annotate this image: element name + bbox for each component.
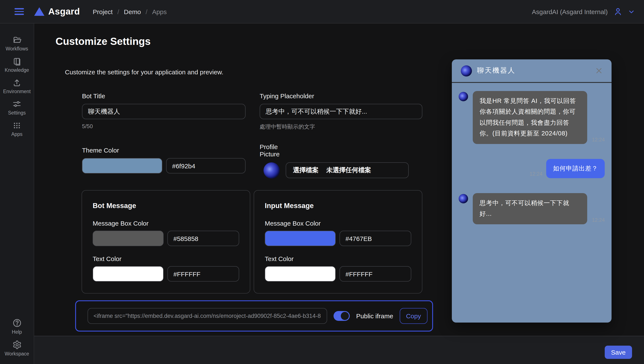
- message-timestamp: 12:24: [592, 217, 605, 223]
- sidebar-item-label: Environment: [3, 89, 30, 94]
- sidebar-item-apps[interactable]: Apps: [0, 120, 34, 138]
- bot-text-color-label: Text Color: [93, 255, 239, 262]
- bot-avatar: [459, 194, 468, 203]
- public-iframe-label: Public iframe: [356, 312, 393, 319]
- theme-color-field: Theme Color: [82, 147, 246, 173]
- bot-message-bubble: 思考中，可不可以稍候一下下就好...: [473, 193, 587, 224]
- gear-icon: [12, 340, 22, 349]
- bot-message-panel: Bot Message Message Box Color Text Color: [82, 190, 250, 293]
- bot-message-title: Bot Message: [93, 202, 239, 210]
- input-text-color-hex-input[interactable]: [340, 266, 411, 281]
- chevron-down-icon[interactable]: [628, 8, 634, 15]
- sidebar-item-help[interactable]: Help: [0, 317, 34, 335]
- bot-title-input[interactable]: [82, 104, 246, 119]
- typing-placeholder-field: Typing Placeholder 處理中暫時顯示的文字: [260, 92, 422, 131]
- bot-box-color-swatch[interactable]: [93, 231, 164, 246]
- sidebar-item-workspace[interactable]: Workspace: [0, 339, 34, 357]
- breadcrumb-demo[interactable]: Demo: [124, 8, 141, 15]
- profile-picture-label: Profile Picture: [260, 143, 285, 158]
- profile-picture-avatar: [264, 162, 280, 178]
- bot-text-color-swatch[interactable]: [93, 266, 164, 281]
- file-status-text: 未選擇任何檔案: [326, 166, 371, 174]
- public-iframe-toggle[interactable]: [334, 311, 350, 321]
- breadcrumb: Project / Demo / Apps: [93, 8, 167, 15]
- bot-title-counter: 5/50: [82, 123, 246, 129]
- message-timestamp: 12:24: [592, 137, 605, 143]
- triangle-logo-icon: [34, 7, 44, 16]
- chat-message-bot: 思考中，可不可以稍候一下下就好... 12:24: [459, 193, 605, 224]
- input-text-color-swatch[interactable]: [265, 266, 336, 281]
- app-root: Asgard Project / Demo / Apps AsgardAI (A…: [0, 0, 644, 364]
- sidebar-item-label: Help: [12, 329, 22, 334]
- theme-color-label: Theme Color: [82, 147, 246, 154]
- grid-dots-icon: [12, 121, 21, 130]
- sidebar-item-knowledge[interactable]: Knowledge: [0, 56, 34, 74]
- chat-title: 聊天機器人: [477, 66, 516, 75]
- input-box-color-hex-input[interactable]: [340, 231, 411, 246]
- profile-picture-field: Profile Picture 選擇檔案 未選擇任何檔案: [260, 143, 422, 178]
- top-navbar: Asgard Project / Demo / Apps AsgardAI (A…: [0, 0, 644, 24]
- chat-header: 聊天機器人: [452, 59, 612, 83]
- book-icon: [12, 57, 21, 66]
- account-label: AsgardAI (Asgard Internal): [532, 8, 608, 15]
- bot-title-field: Bot Title 5/50: [82, 92, 246, 129]
- breadcrumb-separator: /: [118, 8, 119, 15]
- input-box-color-label: Message Box Color: [265, 220, 411, 227]
- bot-text-color-hex-input[interactable]: [168, 266, 239, 281]
- typing-placeholder-label: Typing Placeholder: [260, 92, 422, 100]
- bot-box-color-label: Message Box Color: [93, 220, 239, 227]
- choose-file-button[interactable]: 選擇檔案: [293, 166, 318, 174]
- user-icon[interactable]: [613, 7, 623, 16]
- copy-button[interactable]: Copy: [400, 308, 427, 324]
- sidebar: Workflows Knowledge Environment Settings: [0, 24, 34, 364]
- sidebar-item-environment[interactable]: Environment: [0, 77, 34, 95]
- typing-placeholder-helper: 處理中暫時顯示的文字: [260, 123, 422, 131]
- theme-color-hex-input[interactable]: [166, 158, 246, 173]
- bot-box-color-hex-input[interactable]: [168, 231, 239, 246]
- sidebar-item-label: Apps: [11, 132, 22, 137]
- folder-open-icon: [12, 36, 21, 45]
- navbar-right: AsgardAI (Asgard Internal): [532, 7, 634, 16]
- theme-color-swatch[interactable]: [82, 158, 162, 173]
- input-box-color-swatch[interactable]: [265, 231, 336, 246]
- chat-preview-panel: 聊天機器人 我是HR 常見問答 AI，我可以回答你各項關於人資相關的問題，你可以…: [452, 59, 612, 322]
- sidebar-item-workflows[interactable]: Workflows: [0, 35, 34, 52]
- bot-title-label: Bot Title: [82, 92, 246, 100]
- breadcrumb-apps[interactable]: Apps: [152, 8, 166, 15]
- chat-message-user: 12:24 如何申請出差？: [459, 159, 605, 178]
- bot-message-bubble: 我是HR 常見問答 AI，我可以回答你各項關於人資相關的問題，你可以問我任何問題…: [473, 91, 587, 144]
- sidebar-item-label: Settings: [8, 110, 26, 115]
- save-button[interactable]: Save: [605, 346, 632, 359]
- input-message-title: Input Message: [265, 202, 411, 210]
- toggle-knob: [341, 312, 349, 320]
- page-title: Customize Settings: [56, 36, 150, 48]
- main-content: Customize Settings Customize the setting…: [34, 24, 644, 364]
- breadcrumb-project[interactable]: Project: [93, 8, 112, 15]
- bot-avatar: [461, 65, 472, 76]
- page-description: Customize the settings for your applicat…: [65, 68, 223, 76]
- footer-bar: Save: [34, 336, 644, 364]
- sidebar-item-label: Workflows: [6, 46, 28, 51]
- chat-message-bot: 我是HR 常見問答 AI，我可以回答你各項關於人資相關的問題，你可以問我任何問題…: [459, 91, 605, 144]
- sliders-icon: [12, 100, 21, 109]
- sidebar-item-label: Workspace: [5, 351, 29, 356]
- message-timestamp: 12:24: [530, 171, 542, 177]
- file-upload-input[interactable]: 選擇檔案 未選擇任何檔案: [286, 162, 409, 178]
- sidebar-item-label: Knowledge: [5, 68, 29, 73]
- chat-body: 我是HR 常見問答 AI，我可以回答你各項關於人資相關的問題，你可以問我任何問題…: [452, 83, 612, 247]
- hamburger-menu-icon[interactable]: [14, 8, 24, 15]
- input-message-panel: Input Message Message Box Color Text Col…: [254, 190, 422, 293]
- upload-icon: [12, 78, 21, 87]
- sidebar-item-settings[interactable]: Settings: [0, 99, 34, 116]
- close-icon[interactable]: [595, 67, 602, 74]
- brand-name: Asgard: [48, 7, 80, 17]
- embed-code-bar: Public iframe Copy: [75, 300, 433, 331]
- embed-code-input[interactable]: [88, 308, 327, 324]
- brand-logo[interactable]: Asgard: [34, 7, 80, 17]
- bot-avatar: [459, 92, 468, 101]
- input-text-color-label: Text Color: [265, 255, 411, 262]
- help-circle-icon: [12, 318, 22, 328]
- user-message-bubble: 如何申請出差？: [546, 159, 605, 178]
- typing-placeholder-input[interactable]: [260, 104, 422, 119]
- breadcrumb-separator: /: [146, 8, 147, 15]
